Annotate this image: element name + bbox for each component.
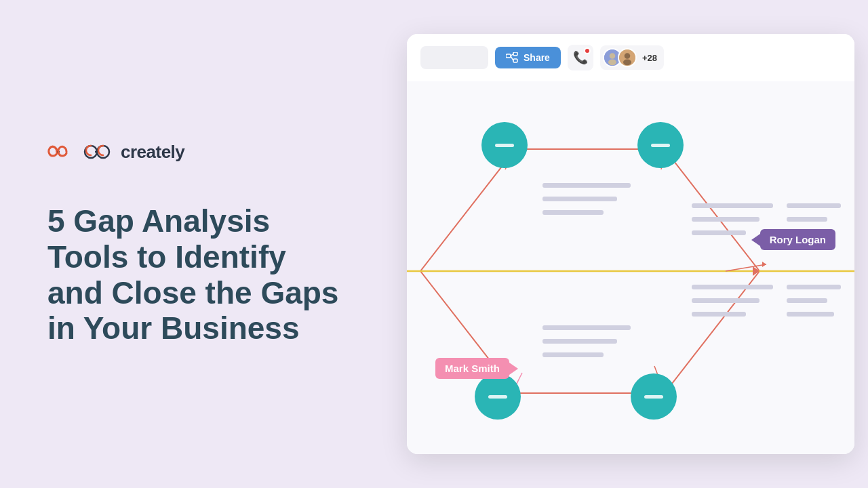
share-icon — [506, 52, 518, 63]
node-minus-icon — [644, 395, 663, 399]
call-active-dot — [584, 47, 591, 54]
node-top-right — [637, 122, 684, 168]
svg-rect-35 — [542, 183, 631, 188]
svg-rect-27 — [692, 312, 746, 317]
svg-point-10 — [608, 60, 616, 66]
avatar-2 — [618, 48, 637, 67]
svg-rect-29 — [787, 217, 827, 222]
node-minus-icon — [495, 144, 514, 147]
svg-rect-22 — [692, 203, 773, 208]
svg-rect-5 — [513, 59, 517, 62]
headline: 5 Gap Analysis Tools to Identify and Clo… — [47, 203, 346, 347]
toolbar: Share 📞 — [407, 34, 854, 81]
svg-rect-37 — [542, 210, 604, 215]
svg-rect-38 — [542, 325, 631, 330]
call-button[interactable]: 📞 — [568, 45, 593, 70]
svg-rect-36 — [542, 197, 617, 201]
mark-smith-label-group: Mark Smith — [435, 358, 518, 379]
svg-line-20 — [726, 264, 766, 271]
node-minus-icon — [488, 395, 507, 399]
logo-svg — [83, 142, 114, 162]
toolbar-search-bar — [420, 46, 488, 69]
logo-text: creately — [121, 142, 184, 163]
diagram-window: Share 📞 — [407, 34, 854, 454]
node-bottom-right — [631, 373, 677, 420]
svg-rect-24 — [692, 230, 746, 235]
svg-rect-28 — [787, 203, 841, 208]
svg-rect-34 — [787, 312, 834, 317]
mark-smith-text: Mark Smith — [445, 363, 500, 374]
rory-logan-arrow — [751, 234, 760, 246]
svg-point-13 — [623, 60, 631, 66]
avatar-group[interactable]: +28 — [600, 45, 664, 70]
svg-rect-3 — [506, 54, 511, 58]
avatar-count: +28 — [642, 53, 657, 63]
svg-line-7 — [511, 56, 513, 61]
svg-marker-21 — [762, 262, 766, 267]
avatar-person-2 — [619, 48, 635, 67]
svg-rect-4 — [513, 52, 517, 56]
logo: creately — [47, 142, 346, 163]
share-button[interactable]: Share — [495, 47, 561, 68]
svg-rect-39 — [542, 339, 617, 344]
svg-point-12 — [625, 53, 631, 59]
logo-icon — [47, 142, 76, 161]
svg-rect-26 — [692, 298, 760, 303]
left-panel: creately 5 Gap Analysis Tools to Identif… — [0, 101, 393, 388]
share-label: Share — [524, 52, 550, 63]
svg-rect-23 — [692, 217, 760, 222]
node-minus-icon — [651, 144, 670, 147]
node-top-left — [481, 122, 528, 168]
mark-smith-tag: Mark Smith — [435, 358, 509, 379]
right-panel: Share 📞 — [393, 0, 868, 488]
mark-smith-arrow — [509, 363, 518, 375]
node-bottom-left — [475, 373, 521, 420]
svg-rect-32 — [787, 285, 841, 289]
svg-point-9 — [610, 53, 616, 59]
rory-logan-text: Rory Logan — [770, 234, 826, 245]
rory-logan-label-group: Rory Logan — [751, 229, 835, 250]
diagram-area: Rory Logan Mark Smith — [407, 81, 854, 454]
svg-rect-25 — [692, 285, 773, 289]
svg-rect-33 — [787, 298, 827, 303]
rory-logan-tag: Rory Logan — [760, 229, 835, 250]
svg-rect-40 — [542, 352, 604, 357]
